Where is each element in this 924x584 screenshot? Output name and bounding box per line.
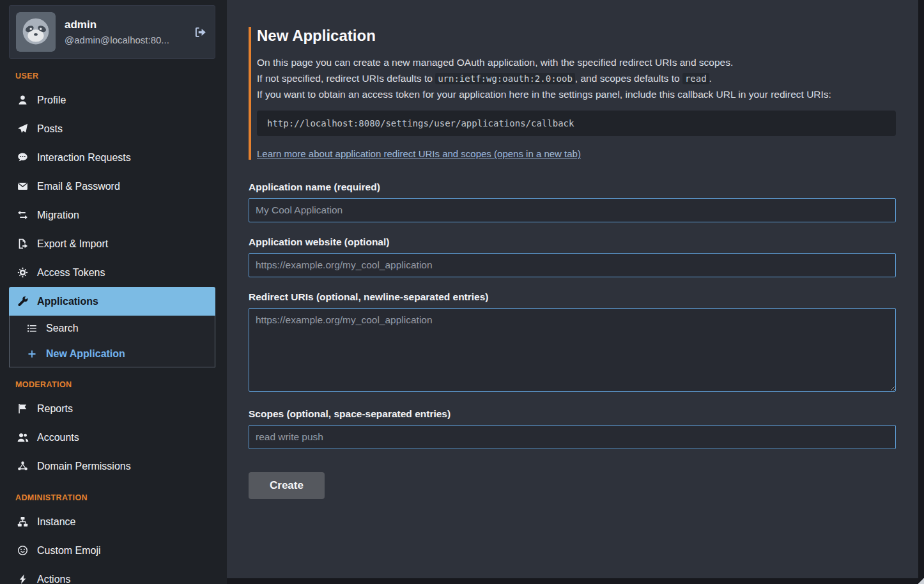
plus-icon <box>26 349 38 359</box>
sidebar-item-email-password[interactable]: Email & Password <box>9 172 215 201</box>
sidebar-item-label: Posts <box>37 123 63 135</box>
sidebar-item-label: Actions <box>37 574 70 584</box>
scopes-input[interactable] <box>249 425 896 449</box>
sidebar-item-new-application[interactable]: New Application <box>10 341 215 367</box>
user-icon <box>17 95 29 105</box>
application-website-label: Application website (optional) <box>249 236 896 248</box>
sidebar-item-export-import[interactable]: Export & Import <box>9 229 215 258</box>
sidebar-item-label: Export & Import <box>37 238 108 250</box>
paper-plane-icon <box>17 123 29 134</box>
sidebar-item-label: Domain Permissions <box>37 461 131 472</box>
sidebar-item-label: Applications <box>37 296 98 307</box>
callback-url-code-block: http://localhost:8080/settings/user/appl… <box>257 111 896 136</box>
new-application-form: Application name (required) Application … <box>249 181 896 499</box>
sidebar-item-label: New Application <box>46 348 125 360</box>
sidebar-item-custom-emoji[interactable]: Custom Emoji <box>9 536 215 565</box>
sidebar-nav: USER Profile Posts <box>9 72 215 584</box>
sidebar-item-accounts[interactable]: Accounts <box>9 423 215 452</box>
intro-line1: On this page you can create a new manage… <box>257 54 896 70</box>
file-export-icon <box>17 238 29 249</box>
envelope-icon <box>17 181 29 192</box>
avatar <box>16 12 56 52</box>
redirect-uris-textarea[interactable] <box>249 308 896 392</box>
create-button[interactable]: Create <box>249 472 325 499</box>
sitemap-icon <box>17 516 29 527</box>
list-icon <box>26 323 38 334</box>
intro-line2: If not specified, redirect URIs defaults… <box>257 70 896 86</box>
app-layout: admin @admin@localhost:80... USER Profil… <box>0 0 924 584</box>
sidebar-item-label: Reports <box>37 403 73 415</box>
intro-line2-mid: , and scopes defaults to <box>575 73 682 84</box>
application-name-input[interactable] <box>249 198 896 222</box>
sidebar-item-applications[interactable]: Applications <box>9 287 215 316</box>
user-card[interactable]: admin @admin@localhost:80... <box>9 5 215 59</box>
sidebar: admin @admin@localhost:80... USER Profil… <box>0 0 227 584</box>
logout-icon[interactable] <box>194 26 208 39</box>
scopes-label: Scopes (optional, space-separated entrie… <box>249 408 896 420</box>
sidebar-item-label: Accounts <box>37 432 79 443</box>
flag-icon <box>17 403 29 414</box>
redirect-uris-group: Redirect URIs (optional, newline-separat… <box>249 291 896 394</box>
sidebar-item-label: Migration <box>37 210 79 221</box>
intro-line3: If you want to obtain an access token fo… <box>257 86 896 102</box>
sidebar-item-label: Access Tokens <box>37 267 105 279</box>
main-panel: New Application On this page you can cre… <box>227 0 918 578</box>
sidebar-item-label: Email & Password <box>37 181 120 192</box>
redirect-uris-label: Redirect URIs (optional, newline-separat… <box>249 291 896 303</box>
page-header: New Application On this page you can cre… <box>249 27 896 160</box>
scrollbar-corner <box>918 578 924 584</box>
comments-icon <box>17 152 29 163</box>
sidebar-item-domain-permissions[interactable]: Domain Permissions <box>9 452 215 480</box>
sidebar-item-interaction-requests[interactable]: Interaction Requests <box>9 143 215 172</box>
sidebar-item-label: Profile <box>37 95 66 106</box>
sidebar-item-label: Search <box>46 323 79 334</box>
inline-code-read: read <box>682 73 709 84</box>
intro-line2-pre: If not specified, redirect URIs defaults… <box>257 73 435 84</box>
scopes-group: Scopes (optional, space-separated entrie… <box>249 408 896 449</box>
sidebar-item-posts[interactable]: Posts <box>9 114 215 143</box>
user-meta: admin @admin@localhost:80... <box>65 19 169 45</box>
wrench-icon <box>17 296 29 307</box>
sidebar-item-reports[interactable]: Reports <box>9 394 215 423</box>
gear-icon <box>17 267 29 278</box>
section-heading-user: USER <box>15 72 215 81</box>
intro-text: On this page you can create a new manage… <box>257 54 896 102</box>
section-heading-administration: ADMINISTRATION <box>15 493 215 502</box>
sidebar-item-label: Custom Emoji <box>37 545 101 557</box>
application-website-input[interactable] <box>249 253 896 277</box>
application-website-group: Application website (optional) <box>249 236 896 277</box>
user-handle: @admin@localhost:80... <box>65 35 169 45</box>
sidebar-item-migration[interactable]: Migration <box>9 201 215 229</box>
smile-icon <box>17 545 29 556</box>
learn-more-link[interactable]: Learn more about application redirect UR… <box>257 148 581 159</box>
exchange-arrows-icon <box>17 210 29 220</box>
application-name-label: Application name (required) <box>249 181 896 193</box>
user-name: admin <box>65 19 169 31</box>
section-heading-moderation: MODERATION <box>15 380 215 389</box>
sidebar-item-access-tokens[interactable]: Access Tokens <box>9 258 215 287</box>
page-title: New Application <box>257 27 896 45</box>
intro-line2-post: . <box>709 73 712 84</box>
sidebar-item-actions[interactable]: Actions <box>9 565 215 584</box>
sidebar-item-profile[interactable]: Profile <box>9 86 215 114</box>
circle-nodes-icon <box>17 461 29 472</box>
application-name-group: Application name (required) <box>249 181 896 222</box>
sidebar-item-label: Interaction Requests <box>37 152 131 164</box>
inline-code-oob: urn:ietf:wg:oauth:2.0:oob <box>435 73 575 84</box>
sidebar-item-label: Instance <box>37 516 75 528</box>
users-icon <box>17 432 29 443</box>
applications-submenu: Search New Application <box>9 316 215 367</box>
bolt-icon <box>17 574 29 584</box>
sidebar-item-instance[interactable]: Instance <box>9 507 215 536</box>
sidebar-item-search[interactable]: Search <box>10 316 215 341</box>
